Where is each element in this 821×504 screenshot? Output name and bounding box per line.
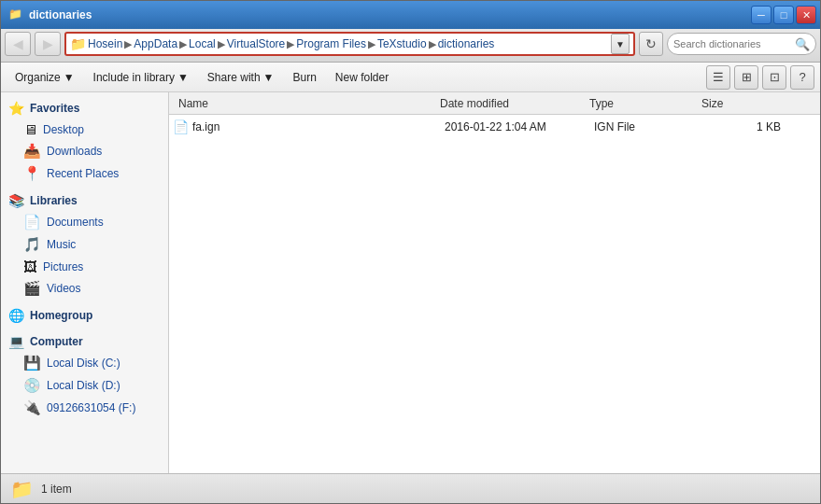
sidebar-item-label-desktop: Desktop <box>43 123 84 136</box>
homegroup-icon: 🌐 <box>8 308 24 323</box>
sidebar-section-label-homegroup: Homegroup <box>30 309 92 322</box>
sidebar-item-09126631054--f--[interactable]: 🔌09126631054 (F:) <box>1 397 168 419</box>
address-bar[interactable]: 📁 Hosein▶AppData▶Local▶VirtualStore▶Prog… <box>64 32 635 56</box>
toolbar-right: ☰ ⊞ ⊡ ? <box>706 65 814 90</box>
file-icon-0: 📄 <box>173 119 189 134</box>
09126631054--f---icon: 🔌 <box>23 399 41 416</box>
sidebar-item-label-recent-places: Recent Places <box>47 167 119 180</box>
organize-chevron: ▼ <box>64 71 75 84</box>
sidebar-item-label-local-disk--d--: Local Disk (D:) <box>47 379 120 392</box>
preview-view-icon: ⊞ <box>742 70 752 84</box>
extra-view-button[interactable]: ⊡ <box>762 65 786 90</box>
include-chevron: ▼ <box>177 71 189 84</box>
refresh-button[interactable]: ↻ <box>639 32 663 56</box>
sidebar-section-label-libraries: Libraries <box>30 194 78 207</box>
libraries-icon: 📚 <box>8 193 24 208</box>
column-header-type[interactable]: Type <box>584 92 696 114</box>
sidebar-section-header-homegroup[interactable]: 🌐Homegroup <box>1 305 168 326</box>
title-bar: 📁 dictionaries ─ □ ✕ <box>1 1 820 29</box>
pictures-icon: 🖼 <box>23 259 37 274</box>
sidebar-section-libraries: 📚Libraries📄Documents🎵Music🖼Pictures🎬Vide… <box>1 190 168 300</box>
toolbar-area: ◀ ▶ 📁 Hosein▶AppData▶Local▶VirtualStore▶… <box>1 29 820 63</box>
close-button[interactable]: ✕ <box>796 6 816 24</box>
forward-button[interactable]: ▶ <box>35 32 61 56</box>
sidebar-item-local-disk--c--[interactable]: 💾Local Disk (C:) <box>1 352 168 374</box>
action-toolbar: Organize ▼ Include in library ▼ Share wi… <box>1 63 820 92</box>
organize-button[interactable]: Organize ▼ <box>7 65 83 90</box>
breadcrumb-item-hosein[interactable]: Hosein <box>88 37 122 50</box>
include-library-button[interactable]: Include in library ▼ <box>85 65 197 90</box>
back-button[interactable]: ◀ <box>5 32 31 56</box>
share-with-button[interactable]: Share with ▼ <box>199 65 283 90</box>
title-bar-left: 📁 dictionaries <box>8 7 92 22</box>
sidebar-section-header-libraries[interactable]: 📚Libraries <box>1 190 168 211</box>
sidebar-item-videos[interactable]: 🎬Videos <box>1 277 168 300</box>
sidebar-item-pictures[interactable]: 🖼Pictures <box>1 256 168 277</box>
column-header-size[interactable]: Size <box>696 92 771 114</box>
breadcrumb-item-local[interactable]: Local <box>189 37 216 50</box>
main-area: ⭐Favorites🖥Desktop📥Downloads📍Recent Plac… <box>1 92 820 473</box>
breadcrumb-item-virtualstore[interactable]: VirtualStore <box>227 37 285 50</box>
sidebar-item-label-pictures: Pictures <box>43 260 83 273</box>
breadcrumb-folder-icon: 📁 <box>70 36 86 51</box>
details-view-button[interactable]: ☰ <box>706 65 730 90</box>
sidebar-section-label-favorites: Favorites <box>30 102 79 115</box>
breadcrumb-path: Hosein▶AppData▶Local▶VirtualStore▶Progra… <box>88 37 609 50</box>
share-label: Share with <box>207 71 261 84</box>
column-header-date[interactable]: Date modified <box>434 92 584 114</box>
preview-view-button[interactable]: ⊞ <box>734 65 758 90</box>
search-icon: 🔍 <box>795 37 810 51</box>
table-row[interactable]: 📄fa.ign2016-01-22 1:04 AMIGN File1 KB <box>169 117 820 137</box>
status-item-count: 1 item <box>41 483 72 496</box>
sidebar-item-label-videos: Videos <box>47 282 80 295</box>
sidebar-section-favorites: ⭐Favorites🖥Desktop📥Downloads📍Recent Plac… <box>1 98 168 185</box>
sidebar-item-label-documents: Documents <box>47 216 104 229</box>
breadcrumb-item-texstudio[interactable]: TeXstudio <box>377 37 427 50</box>
documents-icon: 📄 <box>23 214 41 231</box>
file-type-0: IGN File <box>594 120 706 133</box>
include-label: Include in library <box>93 71 175 84</box>
status-bar: 📁 1 item <box>1 473 820 503</box>
videos-icon: 🎬 <box>23 280 41 297</box>
column-header-name[interactable]: Name <box>173 92 434 114</box>
sidebar-item-documents[interactable]: 📄Documents <box>1 211 168 233</box>
window-title: dictionaries <box>29 8 92 21</box>
file-area: Name Date modified Type Size 📄fa.ign2016… <box>169 92 820 473</box>
sidebar-item-local-disk--d--[interactable]: 💿Local Disk (D:) <box>1 374 168 397</box>
address-dropdown-button[interactable]: ▼ <box>611 34 630 54</box>
sidebar-item-label-music: Music <box>47 238 76 251</box>
search-input[interactable] <box>673 38 791 49</box>
minimize-button[interactable]: ─ <box>751 6 771 24</box>
music-icon: 🎵 <box>23 236 41 253</box>
explorer-window: 📁 dictionaries ─ □ ✕ ◀ ▶ 📁 Hosein▶AppDat… <box>0 0 821 504</box>
sidebar-item-label-local-disk--c--: Local Disk (C:) <box>47 357 120 370</box>
sidebar-item-desktop[interactable]: 🖥Desktop <box>1 119 168 140</box>
new-folder-button[interactable]: New folder <box>327 65 397 90</box>
local-disk--c---icon: 💾 <box>23 355 41 371</box>
file-size-0: 1 KB <box>706 120 781 133</box>
sidebar-section-label-computer: Computer <box>30 335 83 348</box>
breadcrumb-separator: ▶ <box>216 38 227 50</box>
help-button[interactable]: ? <box>790 65 814 90</box>
file-name-0: fa.ign <box>192 120 445 133</box>
breadcrumb-item-dictionaries[interactable]: dictionaries <box>438 37 495 50</box>
sidebar-section-header-computer[interactable]: 💻Computer <box>1 331 168 352</box>
new-folder-label: New folder <box>335 71 389 84</box>
sidebar-item-recent-places[interactable]: 📍Recent Places <box>1 162 168 185</box>
column-headers: Name Date modified Type Size <box>169 92 820 115</box>
sidebar-section-header-favorites[interactable]: ⭐Favorites <box>1 98 168 119</box>
nav-row: ◀ ▶ 📁 Hosein▶AppData▶Local▶VirtualStore▶… <box>5 32 816 56</box>
maximize-button[interactable]: □ <box>773 6 794 24</box>
sidebar-item-downloads[interactable]: 📥Downloads <box>1 140 168 162</box>
breadcrumb-item-programfiles[interactable]: Program Files <box>296 37 366 50</box>
desktop-icon: 🖥 <box>23 121 37 137</box>
sidebar-item-music[interactable]: 🎵Music <box>1 233 168 256</box>
search-bar: 🔍 <box>667 33 816 55</box>
burn-button[interactable]: Burn <box>284 65 324 90</box>
computer-icon: 💻 <box>8 334 24 349</box>
status-folder-icon: 📁 <box>10 478 34 500</box>
sidebar: ⭐Favorites🖥Desktop📥Downloads📍Recent Plac… <box>1 92 169 473</box>
sidebar-item-label-09126631054--f--: 09126631054 (F:) <box>47 401 135 414</box>
breadcrumb-item-appdata[interactable]: AppData <box>134 37 177 50</box>
breadcrumb-separator: ▶ <box>177 38 189 50</box>
